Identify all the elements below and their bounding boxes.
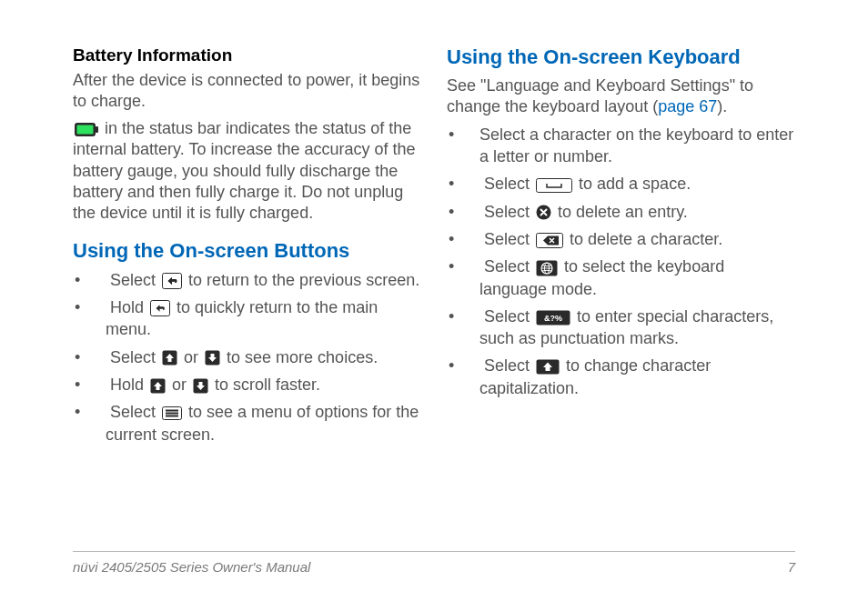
backspace-icon (536, 233, 563, 248)
buttons-item-3: Select or to see more choices. (75, 346, 421, 368)
right-column: Using the On-screen Keyboard See "Langua… (447, 45, 795, 524)
svg-rect-11 (166, 412, 178, 414)
arrow-up-icon (162, 350, 177, 366)
battery-info-p1: After the device is connected to power, … (73, 70, 421, 113)
shift-icon (536, 359, 560, 375)
onscreen-buttons-list: Select to return to the previous screen.… (73, 269, 421, 446)
buttons-item-4: Hold or to scroll faster. (75, 374, 421, 396)
keyboard-item-5: Select to select the keyboard language m… (449, 255, 795, 300)
keyboard-item-7: Select to change character capitalizatio… (449, 355, 795, 399)
footer-title: nüvi 2405/2505 Series Owner's Manual (73, 559, 310, 575)
svg-rect-13 (537, 178, 572, 192)
back-icon (162, 273, 182, 289)
battery-info-p2: in the status bar indicates the status o… (73, 118, 421, 225)
buttons-item-1: Select to return to the previous screen. (75, 269, 421, 291)
svg-rect-1 (96, 126, 98, 133)
globe-icon (536, 260, 558, 276)
keyboard-item-4: Select to delete a character. (449, 228, 795, 250)
keyboard-item-1: Select a character on the keyboard to en… (449, 124, 795, 168)
keyboard-list: Select a character on the keyboard to en… (447, 124, 795, 399)
onscreen-buttons-heading: Using the On-screen Buttons (73, 239, 421, 263)
svg-text:&?%: &?% (544, 314, 562, 323)
spacebar-icon (536, 178, 572, 193)
arrow-down-icon (205, 350, 220, 366)
svg-rect-12 (166, 415, 178, 416)
buttons-item-2: Hold to quickly return to the main menu. (75, 296, 421, 341)
battery-info-heading: Battery Information (73, 45, 421, 65)
keyboard-item-3: Select to delete an entry. (449, 201, 795, 223)
delete-entry-icon (536, 205, 551, 220)
keyboard-item-6: Select &?% to enter special characters, … (449, 306, 795, 350)
left-column: Battery Information After the device is … (73, 45, 421, 524)
page-link-67[interactable]: page 67 (658, 97, 717, 115)
battery-info-p2-text: in the status bar indicates the status o… (73, 119, 416, 223)
battery-icon (75, 123, 98, 136)
menu-icon (162, 406, 182, 420)
svg-rect-2 (77, 125, 94, 134)
page-number: 7 (788, 559, 795, 575)
special-chars-icon: &?% (536, 310, 570, 326)
arrow-down-icon (193, 378, 208, 394)
keyboard-intro: See "Language and Keyboard Settings" to … (447, 75, 795, 118)
arrow-up-icon (150, 378, 166, 394)
keyboard-item-2: Select to add a space. (449, 173, 795, 195)
page-footer: nüvi 2405/2505 Series Owner's Manual 7 (73, 551, 795, 575)
back-icon (150, 300, 170, 316)
onscreen-keyboard-heading: Using the On-screen Keyboard (447, 45, 795, 69)
buttons-item-5: Select to see a menu of options for the … (75, 401, 421, 446)
svg-rect-10 (166, 409, 178, 411)
